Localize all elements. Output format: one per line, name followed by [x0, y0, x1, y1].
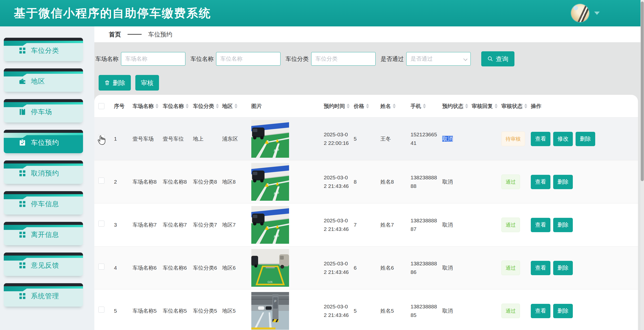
- parking-photo[interactable]: A59: [251, 206, 289, 244]
- delete-row-button[interactable]: 删除: [553, 261, 573, 275]
- space-category-input[interactable]: [311, 52, 376, 66]
- cell-space-category: 地上: [189, 135, 218, 143]
- cell-name: 姓名5: [376, 307, 407, 315]
- vertical-scrollbar-track[interactable]: [640, 0, 644, 330]
- user-menu[interactable]: [571, 4, 600, 22]
- col-region: 地区: [218, 103, 247, 110]
- filter-label-pass: 是否通过: [381, 55, 404, 63]
- sidebar-item-space-category[interactable]: 车位分类: [4, 38, 83, 61]
- edit-button[interactable]: 修改: [553, 132, 573, 146]
- cell-lot-name: 壹号车场: [129, 135, 159, 143]
- view-button[interactable]: 查看: [531, 304, 550, 318]
- cell-region: 地区7: [218, 221, 247, 229]
- sidebar-item-region[interactable]: 地区: [4, 68, 83, 92]
- sidebar-item-feedback[interactable]: 意见反馈: [4, 253, 83, 276]
- sidebar-item-leave-info[interactable]: 离开信息: [4, 222, 83, 245]
- delete-row-button[interactable]: 删除: [553, 218, 573, 232]
- sort-icon[interactable]: [234, 104, 237, 108]
- sort-icon[interactable]: [393, 104, 396, 108]
- filter-label-lot: 车场名称: [95, 55, 118, 63]
- cell-lot-name: 车场名称8: [129, 178, 159, 186]
- view-button[interactable]: 查看: [531, 175, 550, 189]
- status-badge: 待审核: [501, 132, 525, 146]
- sidebar-item-parking-lot[interactable]: 停车场: [4, 99, 83, 122]
- col-space-category: 车位分类: [189, 103, 218, 110]
- cell-region: 地区5: [218, 307, 247, 315]
- col-phone: 手机: [407, 103, 438, 110]
- lot-name-input[interactable]: [121, 52, 185, 66]
- view-button[interactable]: 查看: [531, 218, 550, 232]
- cell-lot-name: 车场名称5: [129, 307, 159, 315]
- sort-icon[interactable]: [423, 104, 426, 108]
- breadcrumb: 首页 车位预约: [94, 26, 644, 42]
- parking-photo[interactable]: A59: [251, 163, 289, 201]
- col-lot-name: 车场名称: [129, 103, 159, 110]
- parking-photo[interactable]: A59: [251, 120, 289, 158]
- sort-icon[interactable]: [347, 104, 350, 108]
- cell-index: 1: [110, 135, 129, 143]
- review-button[interactable]: 审核: [135, 75, 159, 91]
- view-button[interactable]: 查看: [531, 132, 550, 146]
- parking-photo[interactable]: P: [251, 292, 289, 330]
- cell-review-status: 通过: [497, 218, 527, 232]
- sidebar-item-space-reservation[interactable]: 车位预约: [4, 130, 83, 153]
- space-name-input[interactable]: [216, 52, 280, 66]
- cell-space-name: 车位名称6: [159, 264, 189, 272]
- col-name: 姓名: [376, 103, 407, 110]
- grid-icon: [19, 262, 26, 269]
- breadcrumb-separator: [128, 34, 142, 35]
- vertical-scrollbar-thumb[interactable]: [641, 2, 644, 181]
- cell-actions: 查看 删除: [527, 175, 638, 189]
- view-button[interactable]: 查看: [531, 261, 550, 275]
- row-checkbox[interactable]: [98, 135, 104, 141]
- cell-reserve-status: 取消: [438, 221, 468, 229]
- sort-icon[interactable]: [366, 104, 369, 108]
- sort-icon[interactable]: [155, 104, 158, 108]
- parking-photo[interactable]: G06: [251, 249, 289, 287]
- col-reserve-status: 预约状态: [438, 103, 468, 110]
- book-icon: [19, 108, 26, 115]
- cell-lot-name: 车场名称7: [129, 221, 159, 229]
- search-button[interactable]: 查询: [481, 51, 514, 66]
- col-index: 序号: [110, 103, 129, 110]
- sidebar-item-parking-info[interactable]: 停车信息: [4, 191, 83, 215]
- sidebar-item-system-management[interactable]: 系统管理: [4, 283, 83, 307]
- row-checkbox[interactable]: [98, 264, 104, 270]
- sidebar-item-label: 意见反馈: [31, 261, 59, 270]
- grid-icon: [19, 293, 26, 300]
- cell-review-status: 通过: [497, 261, 527, 275]
- delete-row-button[interactable]: 删除: [553, 304, 573, 318]
- row-checkbox[interactable]: [98, 221, 104, 227]
- table-row: 4 车场名称6 车位名称6 车位分类6 地区6 G06 2025-03-02 2…: [94, 246, 638, 290]
- row-checkbox[interactable]: [98, 307, 104, 313]
- delete-row-button[interactable]: 删除: [553, 175, 573, 189]
- row-checkbox[interactable]: [98, 178, 104, 184]
- status-badge: 通过: [501, 261, 520, 275]
- cell-space-name: 壹号车位: [159, 135, 189, 143]
- cell-space-name: 车位名称5: [159, 307, 189, 315]
- wallet-icon: [19, 78, 26, 85]
- delete-button[interactable]: 删除: [99, 75, 131, 91]
- col-space-name: 车位名称: [159, 103, 189, 110]
- delete-row-button[interactable]: 删除: [576, 132, 595, 146]
- cell-name: 姓名8: [376, 178, 407, 186]
- sort-icon[interactable]: [186, 104, 189, 108]
- cell-phone: 13823888887: [407, 216, 438, 233]
- cell-name: 王冬: [376, 135, 407, 143]
- sidebar-item-cancel-reservation[interactable]: 取消预约: [4, 160, 83, 184]
- filter-label-category: 车位分类: [286, 55, 309, 63]
- cell-price: 8: [350, 178, 376, 186]
- status-badge: 通过: [501, 218, 520, 232]
- select-all-checkbox[interactable]: [98, 103, 104, 109]
- cell-reserve-time: 2025-03-02 21:43:46: [320, 302, 350, 319]
- pass-select[interactable]: 是否通过: [406, 52, 471, 66]
- chevron-down-icon: [594, 12, 600, 15]
- cell-price: 6: [350, 264, 376, 272]
- table-row: 3 车场名称7 车位名称7 车位分类7 地区7 A59 2025-03-02 2…: [94, 203, 638, 246]
- cell-region: 浦东区: [218, 135, 247, 143]
- trash-icon: [104, 80, 110, 86]
- breadcrumb-home[interactable]: 首页: [109, 30, 121, 38]
- avatar[interactable]: [571, 4, 589, 22]
- grid-icon: [19, 200, 26, 208]
- selected-text: 取消: [442, 136, 453, 142]
